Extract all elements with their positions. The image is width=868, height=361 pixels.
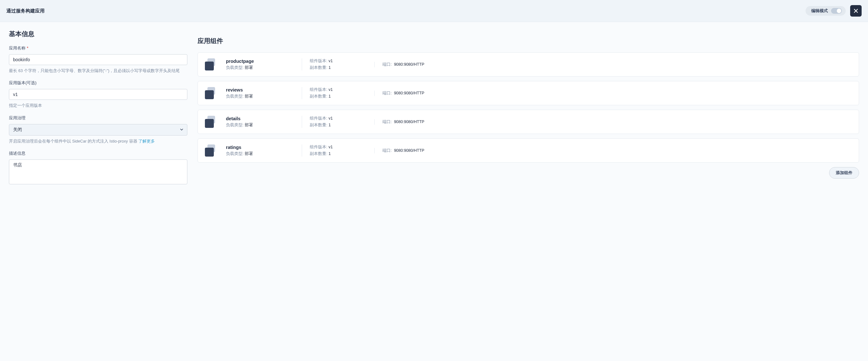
component-port: 端口: 9080:9080/HTTP <box>374 148 852 154</box>
learn-more-link[interactable]: 了解更多 <box>138 139 155 143</box>
basic-info-panel: 基本信息 应用名称* 最长 63 个字符，只能包含小写字母、数字及分隔符("-"… <box>9 30 187 191</box>
component-port: 端口: 9080:9080/HTTP <box>374 90 852 96</box>
components-panel: 应用组件 productpage负载类型: 部署组件版本: v1副本数量: 1端… <box>197 30 859 178</box>
app-version-field: 应用版本(可选) 指定一个应用版本 <box>9 80 187 109</box>
component-meta: 组件版本: v1副本数量: 1 <box>302 144 366 157</box>
component-port: 端口: 9080:9080/HTTP <box>374 119 852 125</box>
component-card[interactable]: reviews负载类型: 部署组件版本: v1副本数量: 1端口: 9080:9… <box>197 81 859 105</box>
add-component-button[interactable]: 添加组件 <box>829 167 859 178</box>
app-name-label: 应用名称* <box>9 45 187 51</box>
close-button[interactable] <box>850 5 862 17</box>
component-main: productpage负载类型: 部署 <box>226 59 293 71</box>
required-mark: * <box>27 46 28 50</box>
app-version-help: 指定一个应用版本 <box>9 102 187 109</box>
component-meta: 组件版本: v1副本数量: 1 <box>302 116 366 128</box>
component-workload-type: 负载类型: 部署 <box>226 122 293 128</box>
app-version-label: 应用版本(可选) <box>9 80 187 86</box>
component-workload-type: 负载类型: 部署 <box>226 151 293 157</box>
basic-info-title: 基本信息 <box>9 30 187 38</box>
component-meta: 组件版本: v1副本数量: 1 <box>302 87 366 99</box>
component-card[interactable]: productpage负载类型: 部署组件版本: v1副本数量: 1端口: 90… <box>197 52 859 77</box>
app-name-help: 最长 63 个字符，只能包含小写字母、数字及分隔符("-")，且必须以小写字母或… <box>9 67 187 74</box>
header-actions: 编辑模式 <box>806 5 862 17</box>
component-port: 端口: 9080:9080/HTTP <box>374 62 852 67</box>
app-governance-help: 开启应用治理后会在每个组件中以 SideCar 的方式注入 Istio-prox… <box>9 138 187 145</box>
component-name: ratings <box>226 145 293 150</box>
component-icon <box>205 58 217 71</box>
component-name: productpage <box>226 59 293 64</box>
component-main: reviews负载类型: 部署 <box>226 87 293 99</box>
edit-mode-toggle[interactable] <box>831 8 842 14</box>
app-governance-select[interactable]: 关闭 <box>9 124 187 136</box>
app-version-input[interactable] <box>9 89 187 100</box>
component-name: reviews <box>226 87 293 92</box>
main-content: 基本信息 应用名称* 最长 63 个字符，只能包含小写字母、数字及分隔符("-"… <box>0 22 868 204</box>
app-name-field: 应用名称* 最长 63 个字符，只能包含小写字母、数字及分隔符("-")，且必须… <box>9 45 187 74</box>
close-icon <box>853 8 859 13</box>
component-icon <box>205 144 217 157</box>
page-title: 通过服务构建应用 <box>6 8 44 14</box>
component-workload-type: 负载类型: 部署 <box>226 94 293 99</box>
component-card[interactable]: details负载类型: 部署组件版本: v1副本数量: 1端口: 9080:9… <box>197 110 859 134</box>
app-governance-field: 应用治理 关闭 开启应用治理后会在每个组件中以 SideCar 的方式注入 Is… <box>9 115 187 145</box>
app-desc-field: 描述信息 <box>9 150 187 185</box>
app-governance-label: 应用治理 <box>9 115 187 121</box>
component-card[interactable]: ratings负载类型: 部署组件版本: v1副本数量: 1端口: 9080:9… <box>197 138 859 163</box>
component-main: ratings负载类型: 部署 <box>226 145 293 157</box>
app-desc-textarea[interactable] <box>9 160 187 184</box>
page-header: 通过服务构建应用 编辑模式 <box>0 0 868 22</box>
app-desc-label: 描述信息 <box>9 150 187 156</box>
components-list: productpage负载类型: 部署组件版本: v1副本数量: 1端口: 90… <box>197 52 859 163</box>
component-name: details <box>226 116 293 121</box>
component-icon <box>205 116 217 128</box>
edit-mode-toggle-group: 编辑模式 <box>806 6 846 16</box>
edit-mode-label: 编辑模式 <box>811 8 828 14</box>
component-workload-type: 负载类型: 部署 <box>226 65 293 71</box>
app-name-input[interactable] <box>9 54 187 65</box>
components-title: 应用组件 <box>197 37 859 45</box>
component-icon <box>205 87 217 99</box>
component-meta: 组件版本: v1副本数量: 1 <box>302 58 366 71</box>
component-main: details负载类型: 部署 <box>226 116 293 128</box>
